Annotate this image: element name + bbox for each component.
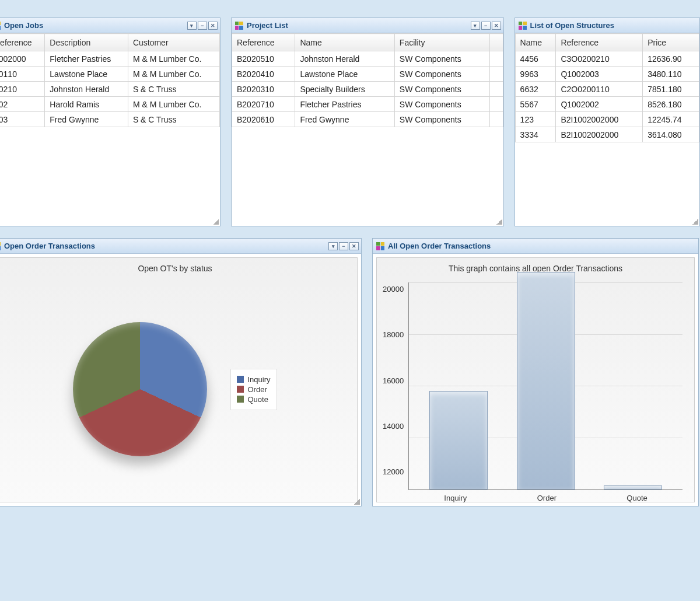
table-cell[interactable] <box>490 82 503 97</box>
table-cell[interactable]: Fred Gwynne <box>45 112 128 127</box>
table-cell[interactable]: S & C Truss <box>128 82 219 97</box>
table-cell[interactable]: 12636.90 <box>643 51 699 67</box>
panel-header[interactable]: Project List ▾ − ✕ <box>232 18 503 33</box>
open-jobs-grid[interactable]: Reference Description Customer 2002000Fl… <box>0 33 220 127</box>
resize-grip-icon[interactable] <box>213 219 219 225</box>
col-header[interactable] <box>490 34 503 51</box>
table-cell[interactable]: Fletcher Pastries <box>295 97 394 112</box>
col-header[interactable]: Description <box>45 34 128 51</box>
resize-grip-icon[interactable] <box>496 219 502 225</box>
col-header[interactable]: Facility <box>394 34 489 51</box>
table-cell[interactable]: 12245.74 <box>643 112 699 127</box>
table-row[interactable]: B2020710Fletcher PastriesSW Components <box>232 97 503 112</box>
table-cell[interactable]: C3O0200210 <box>556 51 643 67</box>
table-cell[interactable]: Q1002002 <box>556 97 643 112</box>
close-icon[interactable]: ✕ <box>349 242 359 250</box>
table-cell[interactable]: Specialty Builders <box>295 82 394 97</box>
col-header[interactable]: Price <box>643 34 699 51</box>
table-row[interactable]: 00110Lawstone PlaceM & M Lumber Co. <box>0 67 219 82</box>
col-header[interactable]: Name <box>515 34 556 51</box>
table-cell[interactable]: 3614.080 <box>643 127 699 142</box>
table-row[interactable]: 003Fred GwynneS & C Truss <box>0 112 219 127</box>
table-cell[interactable]: Fred Gwynne <box>295 112 394 127</box>
table-cell[interactable]: M & M Lumber Co. <box>128 67 219 82</box>
table-cell[interactable] <box>490 51 503 67</box>
table-cell[interactable] <box>490 112 503 127</box>
table-cell[interactable]: 123 <box>515 112 556 127</box>
table-cell[interactable]: 3480.110 <box>643 67 699 82</box>
close-icon[interactable]: ✕ <box>492 22 501 30</box>
table-cell[interactable]: 2002000 <box>0 51 45 67</box>
table-row[interactable]: 5567Q10020028526.180 <box>515 97 699 112</box>
table-cell[interactable]: 8526.180 <box>643 97 699 112</box>
table-cell[interactable]: 00110 <box>0 67 45 82</box>
table-cell[interactable]: SW Components <box>394 67 489 82</box>
table-cell[interactable]: 4456 <box>515 51 556 67</box>
table-cell[interactable] <box>490 67 503 82</box>
col-header[interactable]: Reference <box>0 34 45 51</box>
table-cell[interactable]: 6632 <box>515 82 556 97</box>
minimize-icon[interactable]: − <box>481 22 491 30</box>
table-cell[interactable]: B2020610 <box>232 112 295 127</box>
table-row[interactable]: 002Harold RamisM & M Lumber Co. <box>0 97 219 112</box>
table-cell[interactable]: Lawstone Place <box>295 67 394 82</box>
table-row[interactable]: B2020410Lawstone PlaceSW Components <box>232 67 503 82</box>
col-header[interactable]: Reference <box>232 34 295 51</box>
table-row[interactable]: B2020510Johnston HeraldSW Components <box>232 51 503 67</box>
structures-grid[interactable]: Name Reference Price 4456C3O020021012636… <box>515 33 699 142</box>
table-cell[interactable]: B2020310 <box>232 82 295 97</box>
table-cell[interactable]: M & M Lumber Co. <box>128 51 219 67</box>
resize-grip-icon[interactable] <box>354 499 360 505</box>
dropdown-icon[interactable]: ▾ <box>328 242 338 250</box>
table-row[interactable]: 6632C2O02001107851.180 <box>515 82 699 97</box>
panel-header[interactable]: Open Order Transactions ▾ − ✕ <box>0 239 361 254</box>
panel-header[interactable]: All Open Order Transactions <box>373 239 698 254</box>
table-cell[interactable]: S & C Truss <box>128 112 219 127</box>
table-cell[interactable]: B2020710 <box>232 97 295 112</box>
panel-header[interactable]: List of Open Structures <box>515 18 699 33</box>
table-cell[interactable]: Johnston Herald <box>295 51 394 67</box>
table-cell[interactable]: 00210 <box>0 82 45 97</box>
dropdown-icon[interactable]: ▾ <box>187 22 197 30</box>
table-row[interactable]: B2020310Specialty BuildersSW Components <box>232 82 503 97</box>
panel-header[interactable]: Open Jobs ▾ − ✕ <box>0 18 220 33</box>
table-cell[interactable]: M & M Lumber Co. <box>128 97 219 112</box>
table-cell[interactable]: 003 <box>0 112 45 127</box>
table-row[interactable]: 2002000Fletcher PastriesM & M Lumber Co. <box>0 51 219 67</box>
table-cell[interactable]: Harold Ramis <box>45 97 128 112</box>
table-cell[interactable]: SW Components <box>394 51 489 67</box>
table-cell[interactable]: B2I1002002000 <box>556 127 643 142</box>
col-header[interactable]: Reference <box>556 34 643 51</box>
table-cell[interactable]: SW Components <box>394 97 489 112</box>
table-cell[interactable]: SW Components <box>394 82 489 97</box>
table-cell[interactable]: C2O0200110 <box>556 82 643 97</box>
table-cell[interactable]: Lawstone Place <box>45 67 128 82</box>
col-header[interactable]: Name <box>295 34 394 51</box>
table-row[interactable]: 123B2I100200200012245.74 <box>515 112 699 127</box>
resize-grip-icon[interactable] <box>692 219 698 225</box>
table-cell[interactable]: 9963 <box>515 67 556 82</box>
dropdown-icon[interactable]: ▾ <box>471 22 480 30</box>
table-cell[interactable]: B2020410 <box>232 67 295 82</box>
close-icon[interactable]: ✕ <box>208 22 218 30</box>
minimize-icon[interactable]: − <box>198 22 207 30</box>
table-cell[interactable]: 3334 <box>515 127 556 142</box>
table-row[interactable]: 9963Q10020033480.110 <box>515 67 699 82</box>
table-cell[interactable]: SW Components <box>394 112 489 127</box>
table-row[interactable]: 4456C3O020021012636.90 <box>515 51 699 67</box>
col-header[interactable]: Customer <box>128 34 219 51</box>
table-cell[interactable]: 7851.180 <box>643 82 699 97</box>
table-row[interactable]: B2020610Fred GwynneSW Components <box>232 112 503 127</box>
table-cell[interactable]: B2I1002002000 <box>556 112 643 127</box>
table-cell[interactable]: Johnston Herald <box>45 82 128 97</box>
project-list-grid[interactable]: Reference Name Facility B2020510Johnston… <box>232 33 503 127</box>
table-cell[interactable] <box>490 97 503 112</box>
table-cell[interactable]: 5567 <box>515 97 556 112</box>
minimize-icon[interactable]: − <box>339 242 348 250</box>
table-cell[interactable]: Fletcher Pastries <box>45 51 128 67</box>
table-cell[interactable]: 002 <box>0 97 45 112</box>
table-cell[interactable]: Q1002003 <box>556 67 643 82</box>
table-cell[interactable]: B2020510 <box>232 51 295 67</box>
table-row[interactable]: 3334B2I10020020003614.080 <box>515 127 699 142</box>
table-row[interactable]: 00210Johnston HeraldS & C Truss <box>0 82 219 97</box>
